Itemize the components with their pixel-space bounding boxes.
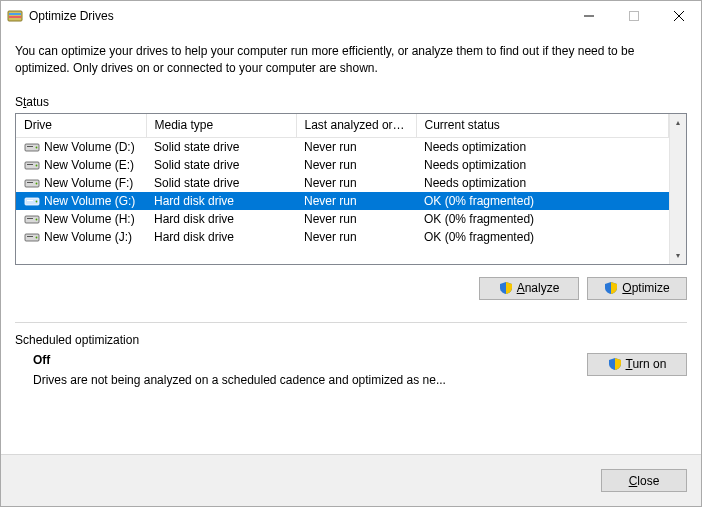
svg-rect-11 [27,164,33,165]
drive-status: Needs optimization [416,156,669,174]
scheduled-description: Drives are not being analyzed on a sched… [33,373,587,387]
optimize-mnemonic: O [622,281,631,295]
minimize-button[interactable] [566,1,611,31]
maximize-button [611,1,656,31]
titlebar: Optimize Drives [1,1,701,31]
drive-name: New Volume (H:) [44,212,135,226]
drive-icon [24,159,40,171]
close-window-button[interactable] [656,1,701,31]
drive-name: New Volume (E:) [44,158,134,172]
drive-status: OK (0% fragmented) [416,210,669,228]
intro-text: You can optimize your drives to help you… [15,43,687,77]
scroll-up-icon[interactable]: ▴ [670,114,686,131]
drive-media: Solid state drive [146,174,296,192]
table-row[interactable]: New Volume (D:)Solid state driveNever ru… [16,138,669,156]
drive-media: Solid state drive [146,156,296,174]
turn-on-button[interactable]: Turn on [587,353,687,376]
svg-point-9 [36,146,38,148]
drive-last: Never run [296,174,416,192]
close-button[interactable]: Close [601,469,687,492]
svg-rect-23 [27,236,33,237]
svg-point-21 [36,218,38,220]
shield-icon [604,281,618,295]
col-drive[interactable]: Drive [16,114,146,138]
drive-last: Never run [296,192,416,210]
drive-name: New Volume (G:) [44,194,135,208]
body-area: You can optimize your drives to help you… [1,31,701,454]
svg-rect-20 [27,218,33,219]
drive-name: New Volume (F:) [44,176,133,190]
table-row[interactable]: New Volume (J:)Hard disk driveNever runO… [16,228,669,246]
drive-last: Never run [296,210,416,228]
status-label: Status [15,95,687,109]
table-row[interactable]: New Volume (G:)Hard disk driveNever runO… [16,192,669,210]
scheduled-state: Off [33,353,587,367]
drive-icon [24,177,40,189]
drive-status: Needs optimization [416,174,669,192]
svg-point-12 [36,164,38,166]
drive-icon [24,141,40,153]
separator [15,322,687,323]
table-row[interactable]: New Volume (E:)Solid state driveNever ru… [16,156,669,174]
svg-rect-4 [629,12,638,21]
col-current-status[interactable]: Current status [416,114,669,138]
svg-rect-2 [9,16,21,18]
table-row[interactable]: New Volume (F:)Solid state driveNever ru… [16,174,669,192]
svg-point-18 [36,200,38,202]
drive-media: Hard disk drive [146,192,296,210]
drive-name: New Volume (J:) [44,230,132,244]
drive-name: New Volume (D:) [44,140,135,154]
scroll-down-icon[interactable]: ▾ [670,247,686,264]
footer: Close [1,454,701,506]
optimize-drives-window: Optimize Drives You can optimize your dr… [0,0,702,507]
drive-icon [24,195,40,207]
svg-rect-14 [27,182,33,183]
close-rest: lose [637,474,659,488]
svg-point-24 [36,236,38,238]
analyze-rest: nalyze [525,281,560,295]
svg-rect-17 [27,200,33,201]
shield-icon [608,357,622,371]
drive-media: Hard disk drive [146,228,296,246]
drive-status: Needs optimization [416,138,669,156]
drive-icon [24,231,40,243]
scheduled-label: Scheduled optimization [15,333,687,347]
drive-status: OK (0% fragmented) [416,192,669,210]
turnon-rest: urn on [632,357,666,371]
svg-rect-8 [27,146,33,147]
table-row[interactable]: New Volume (H:)Hard disk driveNever runO… [16,210,669,228]
app-icon [7,8,23,24]
svg-rect-1 [9,13,21,15]
drive-status: OK (0% fragmented) [416,228,669,246]
drive-media: Hard disk drive [146,210,296,228]
scrollbar[interactable]: ▴ ▾ [669,114,686,264]
window-title: Optimize Drives [29,9,114,23]
analyze-button[interactable]: Analyze [479,277,579,300]
drive-last: Never run [296,138,416,156]
optimize-button[interactable]: Optimize [587,277,687,300]
drive-media: Solid state drive [146,138,296,156]
drive-list[interactable]: Drive Media type Last analyzed or o... C… [15,113,687,265]
optimize-rest: ptimize [632,281,670,295]
shield-icon [499,281,513,295]
col-last-analyzed[interactable]: Last analyzed or o... [296,114,416,138]
drive-icon [24,213,40,225]
drive-last: Never run [296,228,416,246]
analyze-mnemonic: A [517,281,525,295]
window-controls [566,1,701,31]
col-media-type[interactable]: Media type [146,114,296,138]
drive-last: Never run [296,156,416,174]
svg-point-15 [36,182,38,184]
